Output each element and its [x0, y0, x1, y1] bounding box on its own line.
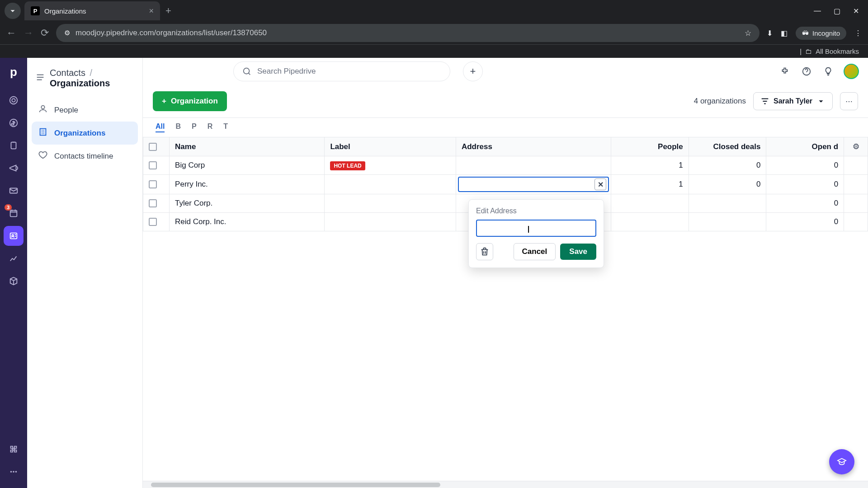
- row-checkbox[interactable]: [149, 199, 157, 207]
- close-window-icon[interactable]: ✕: [853, 7, 859, 15]
- cell-people[interactable]: [611, 213, 689, 231]
- column-header-people[interactable]: People: [611, 137, 689, 156]
- sidepanel-icon[interactable]: ◧: [781, 29, 788, 38]
- cell-people[interactable]: 1: [611, 175, 689, 194]
- maximize-icon[interactable]: ▢: [834, 7, 840, 15]
- alpha-filter-letter[interactable]: B: [175, 122, 181, 132]
- tab-search-button[interactable]: [5, 3, 21, 19]
- lightbulb-icon[interactable]: [822, 65, 835, 78]
- cell-address-editing[interactable]: ✕: [456, 175, 611, 194]
- address-input[interactable]: [476, 220, 596, 237]
- cell-name[interactable]: Tyler Corp.: [170, 194, 325, 213]
- rail-item-more[interactable]: [4, 462, 24, 482]
- alpha-filter-letter[interactable]: R: [208, 122, 213, 132]
- sidebar-item-people[interactable]: People: [32, 99, 138, 122]
- rail-item-products[interactable]: [4, 271, 24, 291]
- back-button[interactable]: ←: [6, 27, 16, 39]
- browser-toolbar: ← → ⟳ ⚙ moodjoy.pipedrive.com/organizati…: [0, 22, 868, 44]
- select-all-checkbox[interactable]: [149, 143, 157, 151]
- rail-item-campaigns[interactable]: [4, 158, 24, 178]
- sidebar-item-organizations[interactable]: Organizations: [32, 122, 138, 145]
- minimize-icon[interactable]: —: [814, 7, 821, 15]
- rail-item-insights[interactable]: [4, 249, 24, 268]
- column-header-label[interactable]: Label: [325, 137, 456, 156]
- column-header-open[interactable]: Open d: [766, 137, 844, 156]
- cell-people[interactable]: [611, 194, 689, 213]
- extensions-icon[interactable]: [778, 65, 791, 78]
- forward-button[interactable]: →: [24, 27, 33, 39]
- search-input[interactable]: Search Pipedrive: [233, 61, 450, 81]
- cancel-button[interactable]: Cancel: [514, 243, 556, 260]
- alpha-filter-letter[interactable]: T: [223, 122, 228, 132]
- browser-chrome: P Organizations × + — ▢ ✕ ← → ⟳ ⚙ moodjo…: [0, 0, 868, 58]
- cell-label[interactable]: [325, 194, 456, 213]
- svg-point-10: [15, 471, 17, 473]
- browser-tab[interactable]: P Organizations ×: [24, 1, 160, 20]
- delete-button[interactable]: [476, 243, 493, 260]
- rail-item-marketplace[interactable]: [4, 439, 24, 459]
- app-logo[interactable]: p: [6, 64, 21, 80]
- sidebar-header: Contacts / Organizations: [27, 64, 142, 97]
- downloads-icon[interactable]: ⬇: [767, 29, 773, 38]
- cell-label[interactable]: [325, 213, 456, 231]
- cell-closed[interactable]: [689, 194, 766, 213]
- cell-closed[interactable]: 0: [689, 175, 766, 194]
- browser-menu-icon[interactable]: ⋮: [854, 29, 862, 38]
- row-checkbox[interactable]: [149, 180, 157, 188]
- rail-item-contacts[interactable]: [4, 226, 24, 246]
- column-settings-button[interactable]: ⚙: [844, 137, 868, 156]
- sidebar-item-timeline[interactable]: Contacts timeline: [32, 145, 138, 168]
- rail-item-deals[interactable]: [4, 113, 24, 133]
- new-tab-button[interactable]: +: [165, 5, 171, 17]
- svg-point-13: [244, 68, 250, 74]
- rail-item-activities[interactable]: 3: [4, 203, 24, 223]
- cell-open[interactable]: 0: [766, 175, 844, 194]
- help-fab[interactable]: [829, 449, 854, 474]
- rail-item-mail[interactable]: [4, 181, 24, 201]
- scrollbar-thumb[interactable]: [151, 483, 440, 487]
- sidebar-item-label: People: [54, 106, 78, 115]
- row-checkbox[interactable]: [149, 218, 157, 226]
- rail-item-leads[interactable]: [4, 90, 24, 110]
- column-header-name[interactable]: Name: [170, 137, 325, 156]
- new-organization-button[interactable]: + Organization: [153, 91, 227, 111]
- save-button[interactable]: Save: [560, 244, 596, 260]
- all-bookmarks-link[interactable]: All Bookmarks: [816, 47, 859, 55]
- url-bar[interactable]: ⚙ moodjoy.pipedrive.com/organizations/li…: [56, 24, 760, 42]
- help-icon[interactable]: [800, 65, 813, 78]
- row-checkbox[interactable]: [149, 161, 157, 169]
- column-header-address[interactable]: Address: [456, 137, 611, 156]
- column-header-closed[interactable]: Closed deals: [689, 137, 766, 156]
- clear-button[interactable]: ✕: [594, 178, 606, 190]
- incognito-chip[interactable]: 🕶 Incognito: [796, 27, 846, 40]
- cell-open[interactable]: 0: [766, 213, 844, 231]
- cell-open[interactable]: 0: [766, 156, 844, 175]
- bookmark-star-icon[interactable]: ☆: [745, 28, 751, 38]
- horizontal-scrollbar[interactable]: [143, 481, 868, 488]
- alpha-filter-letter[interactable]: P: [192, 122, 197, 132]
- cell-closed[interactable]: [689, 213, 766, 231]
- filter-user-chip[interactable]: Sarah Tyler: [753, 92, 833, 110]
- alpha-filter-all[interactable]: All: [156, 122, 165, 132]
- reload-button[interactable]: ⟳: [41, 27, 49, 39]
- collapse-sidebar-button[interactable]: [35, 72, 45, 84]
- table-row[interactable]: Big Corp HOT LEAD 1 0 0: [143, 156, 868, 175]
- cell-label[interactable]: [325, 175, 456, 194]
- avatar[interactable]: [844, 64, 859, 79]
- cell-people[interactable]: 1: [611, 156, 689, 175]
- close-icon[interactable]: ×: [149, 6, 154, 16]
- rail-item-projects[interactable]: [4, 136, 24, 155]
- cell-name[interactable]: Big Corp: [170, 156, 325, 175]
- cell-name[interactable]: Reid Corp. Inc.: [170, 213, 325, 231]
- table-row[interactable]: Perry Inc. ✕ 1 0 0: [143, 175, 868, 194]
- breadcrumb-parent[interactable]: Contacts: [50, 68, 85, 78]
- cell-address[interactable]: [456, 156, 611, 175]
- svg-point-0: [10, 97, 18, 104]
- cell-name[interactable]: Perry Inc.: [170, 175, 325, 194]
- quick-add-button[interactable]: +: [463, 61, 483, 81]
- cell-closed[interactable]: 0: [689, 156, 766, 175]
- cell-label[interactable]: HOT LEAD: [325, 156, 456, 175]
- cell-open[interactable]: 0: [766, 194, 844, 213]
- site-settings-icon[interactable]: ⚙: [64, 29, 70, 37]
- more-actions-button[interactable]: ⋯: [840, 92, 858, 110]
